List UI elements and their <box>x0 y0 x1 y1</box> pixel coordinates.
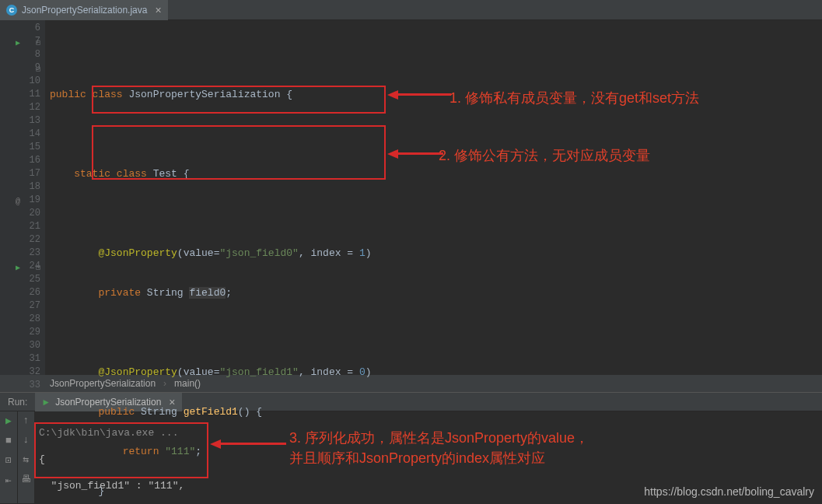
line-gutter: 6 7▶⊟ 8 9⊟ 10 11 12 13 14 15 16 17 18 19… <box>0 20 45 375</box>
editor-tab[interactable]: C JsonPropertySerialization.java × <box>0 0 168 20</box>
java-class-icon: C <box>6 5 17 16</box>
camera-icon[interactable]: ⊡ <box>5 454 12 467</box>
tab-filename: JsonPropertySerialization.java <box>22 5 147 16</box>
annotation-text-3b: 并且顺序和JsonProperty的index属性对应 <box>289 452 545 465</box>
editor-tab-bar: C JsonPropertySerialization.java × <box>0 0 822 20</box>
rerun-icon[interactable]: ▶ <box>5 415 12 427</box>
run-toolbar-2: ↑ ↓ ⇆ 🖶 <box>17 411 34 503</box>
code-content[interactable]: public class JsonPropertySerialization {… <box>45 20 822 375</box>
annotation-text-2: 2. 修饰公有方法，无对应成员变量 <box>439 146 650 165</box>
annotation-text-3a: 3. 序列化成功，属性名是JsonProperty的value， <box>289 432 589 445</box>
run-toolbar-left: ▶ ■ ⊡ ⇤ <box>0 411 17 503</box>
print-icon[interactable]: 🖶 <box>21 474 31 485</box>
run-label: Run: <box>0 397 35 408</box>
wrap-icon[interactable]: ⇆ <box>23 453 30 466</box>
up-icon[interactable]: ↑ <box>23 415 30 426</box>
down-icon[interactable]: ↓ <box>23 434 30 446</box>
annotation-text-1: 1. 修饰私有成员变量，没有get和set方法 <box>449 89 699 107</box>
watermark: https://blog.csdn.net/boling_cavalry <box>644 485 814 498</box>
close-icon[interactable]: × <box>155 4 161 16</box>
stop-icon[interactable]: ■ <box>5 435 12 446</box>
exit-icon[interactable]: ⇤ <box>5 474 12 487</box>
code-editor[interactable]: 6 7▶⊟ 8 9⊟ 10 11 12 13 14 15 16 17 18 19… <box>0 20 822 375</box>
